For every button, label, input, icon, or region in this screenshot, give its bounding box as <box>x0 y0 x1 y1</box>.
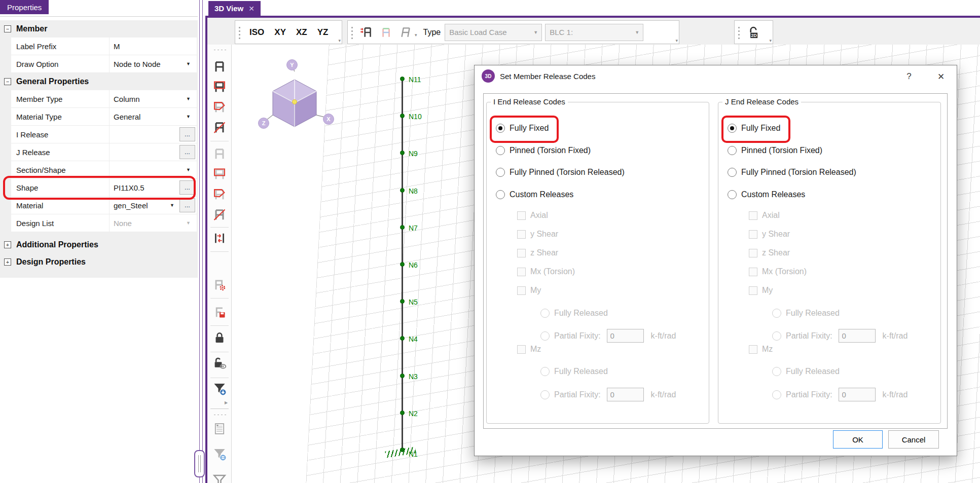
radio-custom-releases[interactable]: Custom Releases <box>728 190 805 199</box>
line-unselect-members-icon[interactable] <box>211 207 228 223</box>
node-point[interactable] <box>400 374 405 378</box>
polygon-unselect-members-icon[interactable] <box>211 187 228 203</box>
unlock-view-icon[interactable] <box>211 355 228 371</box>
node-point[interactable] <box>400 411 405 415</box>
axis-z-ball[interactable]: Z <box>259 118 269 129</box>
cancel-button[interactable]: Cancel <box>888 430 939 449</box>
drag-handle-icon[interactable] <box>351 26 353 39</box>
box-select-members-icon[interactable] <box>211 79 228 95</box>
section-header-design-properties[interactable]: + Design Properties <box>0 253 198 271</box>
node-point[interactable] <box>400 299 405 304</box>
radio-mz-fully-released: Fully Released <box>540 367 608 376</box>
node-point[interactable] <box>400 225 405 230</box>
member-settings-icon[interactable] <box>211 277 228 293</box>
render-wireframe-icon[interactable] <box>397 25 413 40</box>
save-selection-icon[interactable] <box>211 304 228 320</box>
collapse-plus-icon[interactable]: + <box>4 258 11 266</box>
section-shape-dropdown[interactable]: ▼ <box>109 161 197 179</box>
panel-splitter-handle[interactable] <box>194 450 205 477</box>
node-point[interactable] <box>400 77 405 81</box>
chevron-down-icon: ▼ <box>635 30 639 35</box>
j-release-field[interactable]: ... <box>109 143 197 161</box>
unselect-members-icon[interactable] <box>211 146 228 162</box>
i-release-field[interactable]: ... <box>109 126 197 143</box>
radio-icon[interactable] <box>496 168 505 177</box>
spreadsheet-icon[interactable] <box>211 421 228 437</box>
render-dropdown-icon[interactable]: ▾ <box>415 32 417 38</box>
move-members-icon[interactable] <box>211 230 228 246</box>
toolbar-overflow-icon[interactable]: ▾ <box>338 38 341 43</box>
yz-view-button[interactable]: YZ <box>312 27 334 38</box>
drag-handle-icon[interactable] <box>738 26 740 39</box>
filter-selection-icon[interactable] <box>211 381 228 397</box>
lock-2d-icon[interactable]: 2D <box>746 25 761 40</box>
selection-filter-icon[interactable] <box>211 472 228 483</box>
select-members-icon[interactable] <box>211 59 228 75</box>
i-release-browse-button[interactable]: ... <box>179 127 195 141</box>
radio-fully-pinned[interactable]: Fully Pinned (Torsion Released) <box>496 168 625 177</box>
xy-view-button[interactable]: XY <box>269 27 291 38</box>
toolbar-overflow-icon[interactable]: ▾ <box>675 38 678 43</box>
section-header-additional-properties[interactable]: + Additional Properties <box>0 236 198 253</box>
material-browse-button[interactable]: ... <box>179 198 195 212</box>
radio-fully-fixed[interactable]: Fully Fixed <box>728 124 780 133</box>
j-release-browse-button[interactable]: ... <box>179 145 195 159</box>
node-point[interactable] <box>400 336 405 341</box>
member-type-dropdown[interactable]: Column ▼ <box>109 90 197 108</box>
render-members-icon[interactable] <box>359 25 374 40</box>
radio-fully-fixed[interactable]: Fully Fixed <box>496 124 549 133</box>
radio-icon[interactable] <box>496 146 505 155</box>
radio-icon[interactable] <box>496 190 505 199</box>
node-point[interactable] <box>400 262 405 267</box>
toolbar-expand-icon[interactable]: ▶ <box>225 400 228 405</box>
axis-x-ball[interactable]: X <box>323 114 334 125</box>
line-select-members-icon[interactable] <box>211 120 228 136</box>
collapse-minus-icon[interactable]: − <box>4 78 11 85</box>
radio-icon[interactable] <box>728 190 737 199</box>
node-point[interactable] <box>400 114 405 118</box>
radio-custom-releases[interactable]: Custom Releases <box>496 190 573 199</box>
radio-pinned[interactable]: Pinned (Torsion Fixed) <box>728 146 822 155</box>
drag-handle-icon[interactable] <box>213 414 226 416</box>
draw-option-dropdown[interactable]: Node to Node ▼ <box>109 55 197 73</box>
check-axial: Axial <box>749 211 780 220</box>
help-button[interactable]: ? <box>900 69 918 84</box>
xz-view-button[interactable]: XZ <box>291 27 312 38</box>
properties-panel-tab[interactable]: Properties <box>0 0 49 14</box>
dialog-titlebar[interactable]: 3D Set Member Release Codes <box>475 65 957 87</box>
close-icon[interactable]: ✕ <box>932 69 950 84</box>
radio-icon[interactable] <box>728 146 737 155</box>
shape-browse-button[interactable]: ... <box>179 180 195 195</box>
node-point[interactable] <box>400 188 405 193</box>
section-header-general-properties[interactable]: − General Properties <box>0 73 198 90</box>
drag-handle-icon[interactable] <box>213 49 226 51</box>
shape-field[interactable]: PI11X0.5 ... <box>109 179 197 197</box>
lock-selection-icon[interactable] <box>211 329 228 346</box>
drag-handle-icon[interactable] <box>238 26 241 39</box>
section-header-member[interactable]: − Member <box>0 20 198 38</box>
iso-view-button[interactable]: ISO <box>244 27 269 38</box>
node-point[interactable] <box>400 448 405 452</box>
view-toolbar: ISO XY XZ YZ ▾ ▾ Type Basic Load Case ▼ … <box>207 18 980 45</box>
radio-fully-pinned[interactable]: Fully Pinned (Torsion Released) <box>728 168 856 177</box>
label-prefix-field[interactable]: M <box>109 38 197 55</box>
radio-selected-icon[interactable] <box>728 124 737 133</box>
radio-selected-icon[interactable] <box>496 124 505 133</box>
orientation-cube[interactable]: Y X Z <box>253 48 340 134</box>
toolbar-overflow-icon[interactable]: ▾ <box>769 38 772 43</box>
ok-button[interactable]: OK <box>833 430 883 449</box>
filter-criteria-icon[interactable] <box>211 446 228 462</box>
collapse-minus-icon[interactable]: − <box>4 25 11 32</box>
polygon-select-members-icon[interactable] <box>211 99 228 116</box>
render-color-icon[interactable] <box>378 25 393 40</box>
collapse-plus-icon[interactable]: + <box>4 241 11 248</box>
radio-pinned[interactable]: Pinned (Torsion Fixed) <box>496 146 591 155</box>
axis-y-ball[interactable]: Y <box>287 60 298 70</box>
tab-3d-view[interactable]: 3D View ✕ <box>208 1 261 16</box>
material-dropdown[interactable]: gen_Steel ▼ ... <box>109 197 197 214</box>
box-unselect-members-icon[interactable] <box>211 166 228 182</box>
material-type-dropdown[interactable]: General ▼ <box>109 108 197 126</box>
close-tab-icon[interactable]: ✕ <box>248 5 255 13</box>
node-point[interactable] <box>400 151 405 155</box>
radio-icon[interactable] <box>728 168 737 177</box>
